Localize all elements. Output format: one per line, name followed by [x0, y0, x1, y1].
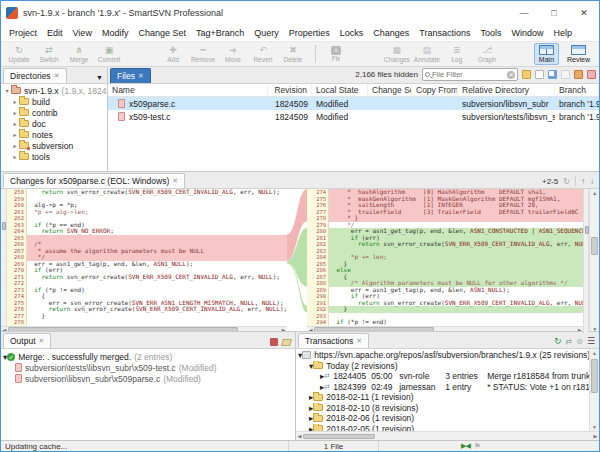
- menu-item-transactions[interactable]: Transactions: [414, 27, 475, 39]
- clear-output-icon[interactable]: [281, 339, 292, 346]
- tab-close-icon[interactable]: ✕: [39, 337, 45, 345]
- list-item[interactable]: ▸2018-02-10 (8 revisions): [296, 403, 589, 414]
- clear-filter-icon[interactable]: ✕: [507, 71, 515, 79]
- column-header-rev[interactable]: Revision: [268, 85, 312, 95]
- sidebar-item-svn-1-9-x[interactable]: ▾svn-1.9.x(1.9.x, 1824509): [1, 85, 107, 96]
- directories-menu-icon[interactable]: ▼: [96, 74, 107, 83]
- tab-directories[interactable]: Directories ✕: [3, 68, 67, 83]
- table-row[interactable]: x509-test.c1824509Modifiedsubversion/tes…: [108, 110, 599, 123]
- sidebar-item-tools[interactable]: ▸tools: [1, 151, 107, 162]
- menu-item-tools[interactable]: Tools: [476, 27, 507, 39]
- remove-button[interactable]: ━Remove: [189, 46, 217, 63]
- menu-item-window[interactable]: Window: [507, 27, 549, 39]
- tab-output[interactable]: Output ✕: [3, 333, 51, 348]
- toggle-unchanged-files-icon[interactable]: [535, 70, 544, 79]
- transactions-hscrollbar[interactable]: ◀▶: [296, 431, 599, 440]
- stop-icon[interactable]: [270, 338, 278, 346]
- list-item[interactable]: ▸2018-02-05 (1 revision): [296, 424, 589, 432]
- filter-transactions-icon[interactable]: ⊘: [576, 337, 583, 346]
- refresh-transactions-icon[interactable]: ↻: [554, 336, 562, 346]
- transactions-menu-icon[interactable]: ☰: [587, 336, 595, 346]
- list-item[interactable]: ▾Today (2 revisions): [296, 361, 589, 372]
- column-header-cpf[interactable]: Copy From: [412, 85, 458, 95]
- toggle-ignored-files-icon[interactable]: [561, 70, 570, 79]
- revision-row[interactable]: ▸⇄182439902:49jamessan1 entry* STATUS: V…: [296, 382, 589, 393]
- list-item[interactable]: ▸2018-02-06 (1 revision): [296, 413, 589, 424]
- tab-files[interactable]: Files ✕: [110, 68, 151, 83]
- list-item[interactable]: subversion\tests\libsvn_subr\x509-test.c…: [1, 362, 295, 373]
- column-header-brn[interactable]: Branch: [555, 85, 599, 95]
- tab-close-icon[interactable]: ✕: [54, 72, 60, 80]
- diff-vscrollbar[interactable]: ▲ ▼: [589, 189, 599, 333]
- previous-change-icon[interactable]: ↑: [581, 177, 585, 186]
- transactions-vscrollbar[interactable]: ▲ ▼: [589, 349, 599, 431]
- toggle-conflict-files-icon[interactable]: [587, 70, 596, 79]
- menu-item-query[interactable]: Query: [249, 27, 284, 39]
- menu-item-view[interactable]: View: [68, 27, 97, 39]
- chevron-right-icon[interactable]: ▸: [11, 131, 19, 138]
- annotate-button[interactable]: ▤Annotate: [413, 46, 441, 63]
- chevron-right-icon[interactable]: ▸: [11, 109, 19, 116]
- toggle-directories-icon[interactable]: [522, 70, 531, 79]
- menu-item-properties[interactable]: Properties: [284, 27, 335, 39]
- chevron-right-icon[interactable]: ▸: [11, 153, 19, 160]
- tab-changes[interactable]: Changes for x509parse.c (EOL: Windows) ✕: [3, 173, 185, 188]
- sidebar-item-doc[interactable]: ▸doc: [1, 118, 107, 129]
- commit-button[interactable]: ▣Commit: [95, 46, 123, 63]
- list-item[interactable]: ▾✓Merge: . successfully merged.(2 entrie…: [1, 351, 295, 362]
- revert-button[interactable]: ↶Revert: [249, 46, 277, 63]
- view-review-button[interactable]: Review: [562, 43, 595, 65]
- sidebar-item-contrib[interactable]: ▸contrib: [1, 107, 107, 118]
- menu-item-modify[interactable]: Modify: [97, 27, 134, 39]
- directory-label: build: [32, 97, 50, 107]
- menu-item-help[interactable]: Help: [549, 27, 578, 39]
- column-header-name[interactable]: Name: [108, 85, 268, 95]
- chevron-right-icon[interactable]: ▸: [11, 98, 19, 105]
- sidebar-item-build[interactable]: ▸build: [1, 96, 107, 107]
- column-header-rel[interactable]: Relative Directory: [458, 85, 555, 95]
- menu-item-project[interactable]: Project: [4, 27, 42, 39]
- menu-item-edit[interactable]: Edit: [42, 27, 68, 39]
- tab-close-icon[interactable]: ✕: [138, 72, 144, 80]
- column-header-chs[interactable]: Change Set: [368, 85, 412, 95]
- tab-close-icon[interactable]: ✕: [356, 337, 362, 345]
- refresh-icon[interactable]: ↻: [563, 177, 570, 186]
- menu-item-changes[interactable]: Changes: [368, 27, 414, 39]
- tab-close-icon[interactable]: ✕: [172, 177, 178, 185]
- chevron-down-icon[interactable]: ▾: [3, 87, 11, 94]
- toggle-changed-files-icon[interactable]: [548, 70, 557, 79]
- minimize-button[interactable]: —: [509, 1, 539, 25]
- fix-button[interactable]: + Fix: [322, 46, 350, 62]
- sidebar-item-subversion[interactable]: ▸subversion: [1, 140, 107, 151]
- mark-read-icon[interactable]: ⇄: [566, 337, 573, 346]
- maximize-button[interactable]: □: [539, 1, 569, 25]
- chevron-right-icon[interactable]: ▸: [11, 120, 19, 127]
- revision-row[interactable]: ▸⇄182440505:00svn-role3 entriesMerge r18…: [296, 371, 589, 382]
- column-header-loc[interactable]: Local State: [312, 85, 368, 95]
- tab-transactions[interactable]: Transactions ✕: [298, 333, 369, 348]
- close-button[interactable]: ✕: [569, 1, 599, 25]
- sidebar-item-notes[interactable]: ▸notes: [1, 129, 107, 140]
- list-item[interactable]: ▸2018-02-11 (1 revision): [296, 392, 589, 403]
- list-item[interactable]: ▾https://svn.apache.org/repos/asf/subver…: [296, 350, 589, 361]
- chevron-right-icon[interactable]: ▸: [11, 142, 19, 149]
- list-item[interactable]: subversion\libsvn_subr\x509parse.c(Modif…: [1, 373, 295, 384]
- toggle-modified-dirs-icon[interactable]: [574, 70, 583, 79]
- graph-button[interactable]: ⎇Graph: [473, 46, 501, 63]
- add-button[interactable]: ✚Add: [159, 46, 187, 63]
- next-change-icon[interactable]: ↓: [590, 177, 594, 186]
- changes-button[interactable]: ▦Changes: [383, 46, 411, 63]
- menu-item-change-set[interactable]: Change Set: [133, 27, 191, 39]
- switch-button[interactable]: ⇄Switch: [35, 46, 63, 63]
- menu-item-tag-branch[interactable]: Tag+Branch: [191, 27, 249, 39]
- delete-button[interactable]: ✖Delete: [279, 46, 307, 63]
- merge-button[interactable]: ⋔Merge: [65, 46, 93, 63]
- table-row[interactable]: x509parse.c1824509Modifiedsubversion/lib…: [108, 97, 599, 110]
- log-button[interactable]: ≣Log: [443, 46, 471, 63]
- view-main-button[interactable]: Main: [534, 43, 559, 65]
- file-filter-input[interactable]: [432, 70, 505, 79]
- update-button[interactable]: ↻Update: [5, 46, 33, 63]
- log-icon: ≣: [453, 46, 461, 56]
- move-button[interactable]: ➜Move: [219, 46, 247, 63]
- menu-item-locks[interactable]: Locks: [335, 27, 369, 39]
